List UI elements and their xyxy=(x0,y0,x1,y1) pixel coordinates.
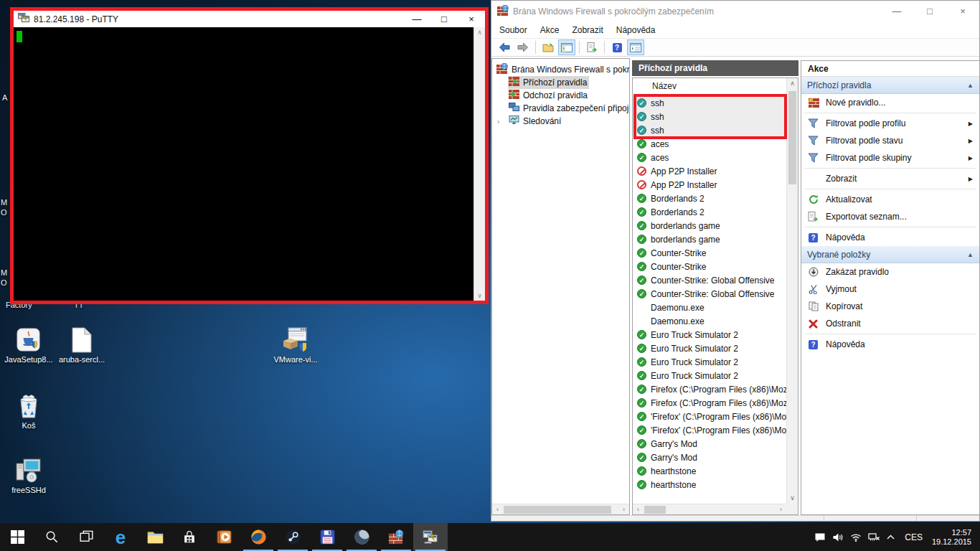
action-odstranit[interactable]: Odstranit xyxy=(801,315,979,332)
rule-row[interactable]: ✓Counter-Strike xyxy=(633,260,786,273)
rule-row[interactable]: ✓'Firefox' (C:\Program Files (x86)\Mo: xyxy=(633,423,786,437)
taskbar-store-button[interactable] xyxy=(172,523,207,551)
rule-row[interactable]: App P2P Installer xyxy=(633,164,786,178)
firewall-window[interactable]: Brána Windows Firewall s pokročilým zabe… xyxy=(491,0,980,522)
action-vyjmout[interactable]: Vyjmout xyxy=(801,281,979,298)
rule-row[interactable]: ✓Garry's Mod xyxy=(633,437,786,451)
tray-volume-icon[interactable] xyxy=(832,532,844,542)
taskbar-windows-firewall-button[interactable] xyxy=(379,523,413,551)
firewall-titlebar[interactable]: Brána Windows Firewall s pokročilým zabe… xyxy=(491,1,979,22)
list-horizontal-scrollbar[interactable]: ‹ › xyxy=(633,504,786,514)
language-indicator[interactable]: CES xyxy=(902,532,925,542)
taskbar-firefox-button[interactable] xyxy=(241,523,275,551)
toolbar-detail-pane-icon[interactable] xyxy=(627,39,644,55)
rule-row[interactable]: ✓Euro Truck Simulator 2 xyxy=(633,342,786,355)
taskbar-start-button[interactable] xyxy=(0,523,34,551)
taskbar-floppy-app-button[interactable] xyxy=(310,523,344,551)
chevron-right-icon[interactable]: › xyxy=(497,118,499,126)
rule-row[interactable]: ✓'Firefox' (C:\Program Files (x86)\Mo: xyxy=(633,410,786,423)
rule-row[interactable]: ✓Euro Truck Simulator 2 xyxy=(633,369,786,382)
toolbar-export-list-icon[interactable] xyxy=(583,39,600,55)
taskbar-edge-button[interactable]: e xyxy=(103,523,138,551)
minimize-button[interactable]: — xyxy=(403,14,430,24)
action-filtrovat-podle-skupiny[interactable]: Filtrovat podle skupiny▶ xyxy=(801,149,979,166)
tray-wifi-icon[interactable] xyxy=(850,533,862,542)
rule-row[interactable]: Daemonu.exe xyxy=(633,314,786,328)
action-filtrovat-podle-stavu[interactable]: Filtrovat podle stavu▶ xyxy=(801,132,979,149)
rule-row[interactable]: ✓Euro Truck Simulator 2 xyxy=(633,355,786,369)
menu-item-zobrazit[interactable]: Zobrazit xyxy=(565,25,609,35)
rule-row[interactable]: ✓Firefox (C:\Program Files (x86)\Mozi xyxy=(633,396,786,410)
taskbar-search-button[interactable] xyxy=(34,523,69,551)
tree-item-2[interactable]: Pravidla zabezpečení připoje xyxy=(492,102,629,115)
tree-item-1[interactable]: Odchozí pravidla xyxy=(492,89,629,102)
taskbar-media-player-button[interactable] xyxy=(207,523,241,551)
desktop-icon-javasetup8[interactable]: JavaSetup8... xyxy=(1,326,57,364)
menu-item-akce[interactable]: Akce xyxy=(534,25,566,35)
taskbar-file-explorer-button[interactable] xyxy=(138,523,172,551)
rule-row[interactable]: ✓ssh xyxy=(633,123,786,137)
rule-row[interactable]: ✓Garry's Mod xyxy=(633,451,786,464)
rule-row[interactable]: ✓Borderlands 2 xyxy=(633,192,786,205)
rule-row[interactable]: ✓ssh xyxy=(633,96,786,110)
rule-row[interactable]: ✓Counter-Strike: Global Offensive xyxy=(633,287,786,301)
rule-row[interactable]: ✓Counter-Strike: Global Offensive xyxy=(633,273,786,287)
action-kop-rovat[interactable]: Kopírovat xyxy=(801,298,979,315)
putty-window[interactable]: 81.2.245.198 - PuTTY — □ × ∧ ∨ xyxy=(10,7,489,304)
rule-row[interactable]: Daemonu.exe xyxy=(633,301,786,314)
desktop-icon-arubasercl[interactable]: aruba-sercl... xyxy=(54,326,110,364)
tray-ethernet-icon[interactable] xyxy=(868,533,880,542)
action-n-pov-da[interactable]: ?Nápověda xyxy=(801,229,979,246)
scrollbar-thumb[interactable] xyxy=(504,506,611,514)
list-vertical-scrollbar[interactable]: ∧ ∨ xyxy=(786,78,798,504)
collapse-arrow-icon[interactable]: ▲ xyxy=(967,251,974,258)
tray-chevron-up-icon[interactable] xyxy=(886,534,895,540)
rule-row[interactable]: ✓hearthstone xyxy=(633,464,786,478)
scrollbar-thumb[interactable] xyxy=(644,506,666,514)
terminal-scrollbar[interactable]: ∧ ∨ xyxy=(473,27,485,301)
maximize-button[interactable]: □ xyxy=(913,1,946,22)
close-button[interactable]: × xyxy=(458,14,485,24)
menu-item-soubor[interactable]: Soubor xyxy=(493,25,534,35)
tray-action-center-icon[interactable] xyxy=(814,532,826,542)
rule-row[interactable]: App P2P Installer xyxy=(633,178,786,192)
scroll-up-icon[interactable]: ∧ xyxy=(787,78,798,89)
rule-row[interactable]: ✓hearthstone xyxy=(633,478,786,491)
scroll-up-icon[interactable]: ∧ xyxy=(477,29,482,36)
toolbar-folder-icon[interactable] xyxy=(540,39,557,55)
tree-horizontal-scrollbar[interactable]: ‹ › xyxy=(492,504,629,514)
scrollbar-thumb[interactable] xyxy=(788,91,796,184)
scroll-down-icon[interactable]: ∨ xyxy=(477,292,482,299)
desktop-icon-ko[interactable]: Koš xyxy=(1,392,57,430)
rule-row[interactable]: ✓Borderlands 2 xyxy=(633,205,786,219)
action-exportovat-seznam[interactable]: Exportovat seznam... xyxy=(801,208,979,225)
tree-root-item[interactable]: Brána Windows Firewall s pokro xyxy=(492,63,629,76)
action-n-pov-da[interactable]: ?Nápověda xyxy=(801,336,979,353)
rule-row[interactable]: ✓Euro Truck Simulator 2 xyxy=(633,328,786,342)
tree-item-3[interactable]: ›Sledování xyxy=(492,115,629,128)
rule-row[interactable]: ✓Counter-Strike xyxy=(633,246,786,260)
action-filtrovat-podle-profilu[interactable]: Filtrovat podle profilu▶ xyxy=(801,115,979,132)
rule-row[interactable]: ✓ssh xyxy=(633,110,786,123)
column-header-name[interactable]: Název xyxy=(633,78,798,95)
rule-row[interactable]: ✓aces xyxy=(633,151,786,164)
minimize-button[interactable]: — xyxy=(880,1,913,22)
collapse-arrow-icon[interactable]: ▲ xyxy=(967,82,974,89)
scroll-left-icon[interactable]: ‹ xyxy=(633,504,644,515)
toolbar-console-tree-icon[interactable] xyxy=(558,39,575,55)
taskbar-task-view-button[interactable] xyxy=(69,523,103,551)
taskbar-daemon-tools-button[interactable] xyxy=(344,523,379,551)
scroll-down-icon[interactable]: ∨ xyxy=(787,493,798,504)
scroll-left-icon[interactable]: ‹ xyxy=(492,504,503,515)
scroll-right-icon[interactable]: › xyxy=(618,504,629,515)
actions-section-header[interactable]: Vybrané položky▲ xyxy=(801,246,979,263)
putty-terminal[interactable]: ∧ ∨ xyxy=(14,27,485,301)
toolbar-back-icon[interactable] xyxy=(496,39,513,55)
action-nov-pravidlo[interactable]: Nové pravidlo... xyxy=(801,94,979,111)
action-zobrazit[interactable]: Zobrazit▶ xyxy=(801,170,979,187)
clock[interactable]: 12:57 19.12.2015 xyxy=(932,528,974,547)
rule-row[interactable]: ✓borderlands game xyxy=(633,232,786,246)
rule-row[interactable]: ✓Firefox (C:\Program Files (x86)\Mozi xyxy=(633,382,786,396)
close-button[interactable]: × xyxy=(946,1,979,22)
toolbar-help-icon[interactable]: ? xyxy=(608,39,626,55)
